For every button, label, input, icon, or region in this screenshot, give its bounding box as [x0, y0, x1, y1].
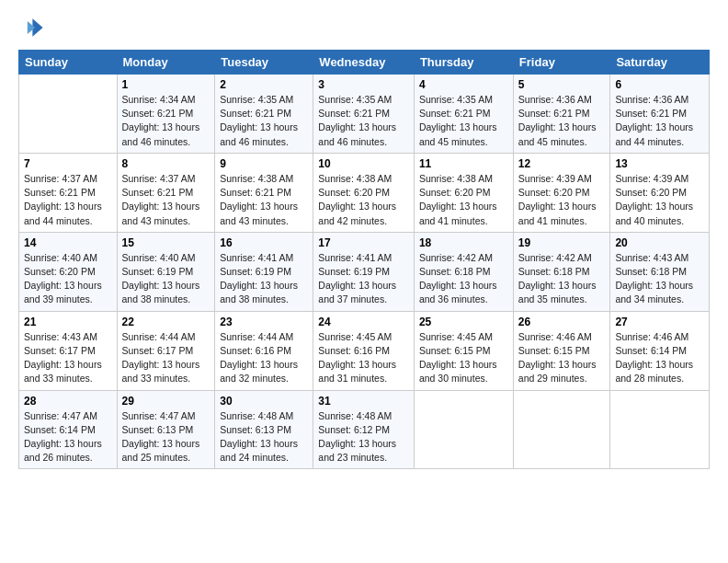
day-number: 21 — [24, 316, 112, 328]
day-number: 7 — [24, 157, 112, 170]
day-number: 19 — [518, 236, 606, 249]
day-cell: 15Sunrise: 4:40 AM Sunset: 6:19 PM Dayli… — [117, 232, 215, 311]
day-cell: 4Sunrise: 4:35 AM Sunset: 6:21 PM Daylig… — [414, 75, 513, 154]
day-info: Sunrise: 4:36 AM Sunset: 6:21 PM Dayligh… — [518, 93, 606, 149]
logo — [18, 15, 48, 40]
day-number: 5 — [518, 78, 606, 91]
day-number: 29 — [122, 395, 210, 408]
day-cell: 21Sunrise: 4:43 AM Sunset: 6:17 PM Dayli… — [19, 311, 118, 390]
day-header-tuesday: Tuesday — [215, 51, 313, 75]
day-number: 25 — [419, 316, 508, 328]
day-info: Sunrise: 4:45 AM Sunset: 6:15 PM Dayligh… — [419, 330, 508, 386]
week-row-3: 14Sunrise: 4:40 AM Sunset: 6:20 PM Dayli… — [19, 232, 710, 311]
day-info: Sunrise: 4:37 AM Sunset: 6:21 PM Dayligh… — [122, 172, 210, 228]
day-cell: 6Sunrise: 4:36 AM Sunset: 6:21 PM Daylig… — [610, 75, 710, 154]
day-info: Sunrise: 4:41 AM Sunset: 6:19 PM Dayligh… — [318, 251, 409, 307]
day-info: Sunrise: 4:35 AM Sunset: 6:21 PM Dayligh… — [419, 93, 508, 149]
day-cell: 19Sunrise: 4:42 AM Sunset: 6:18 PM Dayli… — [513, 232, 610, 311]
day-info: Sunrise: 4:38 AM Sunset: 6:20 PM Dayligh… — [419, 172, 508, 228]
day-cell: 8Sunrise: 4:37 AM Sunset: 6:21 PM Daylig… — [117, 153, 215, 232]
day-cell: 3Sunrise: 4:35 AM Sunset: 6:21 PM Daylig… — [313, 75, 415, 154]
day-cell: 30Sunrise: 4:48 AM Sunset: 6:13 PM Dayli… — [215, 390, 313, 469]
day-cell: 16Sunrise: 4:41 AM Sunset: 6:19 PM Dayli… — [215, 232, 313, 311]
day-cell: 7Sunrise: 4:37 AM Sunset: 6:21 PM Daylig… — [19, 153, 118, 232]
day-info: Sunrise: 4:46 AM Sunset: 6:15 PM Dayligh… — [518, 330, 606, 386]
day-info: Sunrise: 4:46 AM Sunset: 6:14 PM Dayligh… — [615, 330, 704, 386]
day-info: Sunrise: 4:43 AM Sunset: 6:18 PM Dayligh… — [615, 251, 704, 307]
day-info: Sunrise: 4:35 AM Sunset: 6:21 PM Dayligh… — [318, 93, 409, 149]
day-number: 23 — [220, 316, 308, 328]
day-info: Sunrise: 4:38 AM Sunset: 6:21 PM Dayligh… — [220, 172, 308, 228]
day-cell — [610, 390, 710, 469]
day-number: 24 — [318, 316, 409, 328]
day-number: 28 — [24, 395, 112, 408]
day-info: Sunrise: 4:48 AM Sunset: 6:13 PM Dayligh… — [220, 409, 308, 465]
day-number: 11 — [419, 157, 508, 170]
day-cell: 11Sunrise: 4:38 AM Sunset: 6:20 PM Dayli… — [414, 153, 513, 232]
day-info: Sunrise: 4:44 AM Sunset: 6:17 PM Dayligh… — [122, 330, 210, 386]
header-row: SundayMondayTuesdayWednesdayThursdayFrid… — [19, 51, 710, 75]
day-cell: 23Sunrise: 4:44 AM Sunset: 6:16 PM Dayli… — [215, 311, 313, 390]
day-number: 15 — [122, 236, 210, 249]
day-number: 10 — [318, 157, 409, 170]
day-cell: 5Sunrise: 4:36 AM Sunset: 6:21 PM Daylig… — [513, 75, 610, 154]
day-cell: 10Sunrise: 4:38 AM Sunset: 6:20 PM Dayli… — [313, 153, 415, 232]
day-number: 9 — [220, 157, 308, 170]
day-cell — [414, 390, 513, 469]
week-row-2: 7Sunrise: 4:37 AM Sunset: 6:21 PM Daylig… — [19, 153, 710, 232]
day-info: Sunrise: 4:43 AM Sunset: 6:17 PM Dayligh… — [24, 330, 112, 386]
day-cell: 12Sunrise: 4:39 AM Sunset: 6:20 PM Dayli… — [513, 153, 610, 232]
day-header-friday: Friday — [513, 51, 610, 75]
day-cell — [513, 390, 610, 469]
day-info: Sunrise: 4:41 AM Sunset: 6:19 PM Dayligh… — [220, 251, 308, 307]
calendar-table: SundayMondayTuesdayWednesdayThursdayFrid… — [18, 50, 710, 469]
day-cell: 17Sunrise: 4:41 AM Sunset: 6:19 PM Dayli… — [313, 232, 415, 311]
day-header-wednesday: Wednesday — [313, 51, 415, 75]
day-cell: 22Sunrise: 4:44 AM Sunset: 6:17 PM Dayli… — [117, 311, 215, 390]
day-number: 3 — [318, 78, 409, 91]
day-cell — [19, 75, 118, 154]
day-info: Sunrise: 4:36 AM Sunset: 6:21 PM Dayligh… — [615, 93, 704, 149]
day-number: 30 — [220, 395, 308, 408]
day-info: Sunrise: 4:34 AM Sunset: 6:21 PM Dayligh… — [122, 93, 210, 149]
day-info: Sunrise: 4:40 AM Sunset: 6:19 PM Dayligh… — [122, 251, 210, 307]
day-number: 8 — [122, 157, 210, 170]
day-number: 2 — [220, 78, 308, 91]
day-number: 1 — [122, 78, 210, 91]
day-info: Sunrise: 4:39 AM Sunset: 6:20 PM Dayligh… — [518, 172, 606, 228]
day-info: Sunrise: 4:47 AM Sunset: 6:13 PM Dayligh… — [122, 409, 210, 465]
day-info: Sunrise: 4:40 AM Sunset: 6:20 PM Dayligh… — [24, 251, 112, 307]
day-info: Sunrise: 4:39 AM Sunset: 6:20 PM Dayligh… — [615, 172, 704, 228]
day-info: Sunrise: 4:37 AM Sunset: 6:21 PM Dayligh… — [24, 172, 112, 228]
day-number: 27 — [615, 316, 704, 328]
week-row-5: 28Sunrise: 4:47 AM Sunset: 6:14 PM Dayli… — [19, 390, 710, 469]
day-number: 13 — [615, 157, 704, 170]
day-info: Sunrise: 4:48 AM Sunset: 6:12 PM Dayligh… — [318, 409, 409, 465]
day-cell: 24Sunrise: 4:45 AM Sunset: 6:16 PM Dayli… — [313, 311, 415, 390]
day-number: 16 — [220, 236, 308, 249]
day-cell: 26Sunrise: 4:46 AM Sunset: 6:15 PM Dayli… — [513, 311, 610, 390]
day-info: Sunrise: 4:44 AM Sunset: 6:16 PM Dayligh… — [220, 330, 308, 386]
day-number: 18 — [419, 236, 508, 249]
day-number: 26 — [518, 316, 606, 328]
logo-icon — [18, 15, 44, 40]
header — [18, 15, 710, 40]
day-header-sunday: Sunday — [19, 51, 118, 75]
day-cell: 2Sunrise: 4:35 AM Sunset: 6:21 PM Daylig… — [215, 75, 313, 154]
day-number: 17 — [318, 236, 409, 249]
day-header-monday: Monday — [117, 51, 215, 75]
day-cell: 14Sunrise: 4:40 AM Sunset: 6:20 PM Dayli… — [19, 232, 118, 311]
day-info: Sunrise: 4:42 AM Sunset: 6:18 PM Dayligh… — [518, 251, 606, 307]
day-cell: 1Sunrise: 4:34 AM Sunset: 6:21 PM Daylig… — [117, 75, 215, 154]
day-cell: 18Sunrise: 4:42 AM Sunset: 6:18 PM Dayli… — [414, 232, 513, 311]
day-cell: 9Sunrise: 4:38 AM Sunset: 6:21 PM Daylig… — [215, 153, 313, 232]
day-number: 22 — [122, 316, 210, 328]
week-row-4: 21Sunrise: 4:43 AM Sunset: 6:17 PM Dayli… — [19, 311, 710, 390]
day-number: 20 — [615, 236, 704, 249]
week-row-1: 1Sunrise: 4:34 AM Sunset: 6:21 PM Daylig… — [19, 75, 710, 154]
day-cell: 13Sunrise: 4:39 AM Sunset: 6:20 PM Dayli… — [610, 153, 710, 232]
day-header-thursday: Thursday — [414, 51, 513, 75]
day-cell: 29Sunrise: 4:47 AM Sunset: 6:13 PM Dayli… — [117, 390, 215, 469]
day-number: 12 — [518, 157, 606, 170]
day-number: 31 — [318, 395, 409, 408]
